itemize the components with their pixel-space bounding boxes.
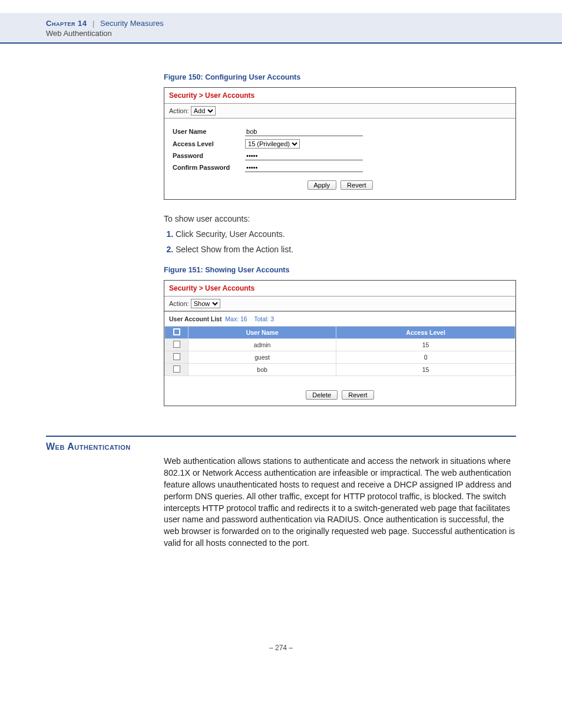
table-row: guest 0 [165,351,515,364]
col-user-name: User Name [189,327,336,339]
user-accounts-table: User Name Access Level admin 15 guest 0 … [164,326,515,376]
step-2: Select Show from the Action list. [176,245,516,254]
chapter-label: Chapter 14 [46,19,87,28]
separator: | [92,19,94,28]
password-input[interactable] [245,151,363,160]
row-checkbox[interactable] [173,353,180,360]
cell-user: guest [189,351,336,364]
action-row: Action: Add [164,103,515,118]
confirm-password-label: Confirm Password [173,164,243,171]
action-label-151: Action: [169,300,189,307]
step-1: Click Security, User Accounts. [176,229,516,239]
col-access-level: Access Level [336,327,515,339]
apply-button[interactable]: Apply [308,180,337,190]
intro-text: To show user accounts: [164,214,516,223]
select-all-header[interactable] [165,327,189,339]
figure-150-panel: Security > User Accounts Action: Add Use… [164,87,516,200]
panel-breadcrumb: Security > User Accounts [164,88,515,103]
access-level-select[interactable]: 15 (Privileged) [245,139,300,149]
action-select[interactable]: Add [191,106,216,116]
page-number: – 274 – [0,644,562,670]
chapter-subtitle: Web Authentication [46,29,562,38]
section-heading: Web Authentication [46,442,516,452]
row-checkbox[interactable] [173,365,180,373]
user-name-input[interactable] [245,127,363,136]
list-max: Max: 16 [225,315,247,322]
cell-level: 15 [336,364,515,376]
revert-button-151[interactable]: Revert [342,390,373,400]
steps-list: Click Security, User Accounts. Select Sh… [164,229,516,254]
confirm-password-input[interactable] [245,163,363,172]
action-label: Action: [169,107,189,114]
section-body: Web authentication allows stations to au… [164,456,516,549]
cell-user: admin [189,339,336,351]
figure-151-caption: Figure 151: Showing User Accounts [164,266,516,274]
cell-level: 15 [336,339,515,351]
list-label: User Account List [169,315,222,322]
action-row-151: Action: Show [164,296,515,311]
cell-level: 0 [336,351,515,364]
list-total: Total: 3 [254,315,274,322]
section-rule [46,436,516,437]
password-label: Password [173,152,243,159]
figure-150-caption: Figure 150: Configuring User Accounts [164,73,516,81]
cell-user: bob [189,364,336,376]
action-select-151[interactable]: Show [191,299,220,308]
panel-breadcrumb-151: Security > User Accounts [164,281,515,296]
figure-151-panel: Security > User Accounts Action: Show Us… [164,280,516,406]
page-header: Chapter 14 | Security Measures Web Authe… [0,13,562,44]
chapter-line: Chapter 14 | Security Measures [46,19,562,28]
delete-button[interactable]: Delete [306,390,338,400]
access-level-label: Access Level [173,140,243,147]
list-meta: User Account List Max: 16 Total: 3 [164,311,515,326]
user-name-label: User Name [173,128,243,135]
row-checkbox[interactable] [173,341,180,348]
table-row: bob 15 [165,364,515,376]
revert-button[interactable]: Revert [340,180,372,190]
table-row: admin 15 [165,339,515,351]
chapter-title: Security Measures [100,19,164,28]
